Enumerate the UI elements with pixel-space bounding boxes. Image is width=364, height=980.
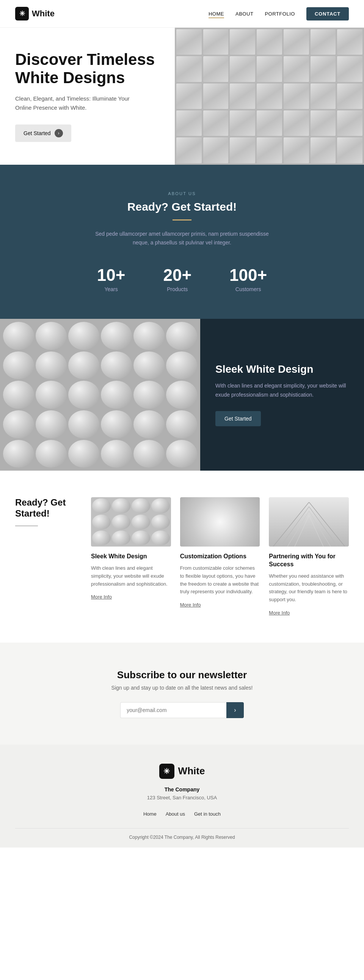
grid-cell <box>230 83 255 109</box>
service-name-3: Partnering with You for Success <box>269 553 349 569</box>
service-desc-2: From customizable color schemes to flexi… <box>180 565 260 596</box>
services-left: Ready? Get Started! <box>15 497 76 527</box>
footer-link-about[interactable]: About us <box>166 811 185 817</box>
nav-links: HOME ABOUT PORTFOLIO CONTACT <box>209 7 349 21</box>
service-card-3: Partnering with You for Success Whether … <box>269 497 349 616</box>
footer-link-home[interactable]: Home <box>143 811 157 817</box>
sphere <box>112 531 130 546</box>
svg-line-1 <box>309 502 345 547</box>
spheres-visual <box>0 319 200 471</box>
sphere <box>3 381 34 409</box>
nav-link-home[interactable]: HOME <box>209 11 224 17</box>
sphere <box>133 381 165 409</box>
footer-link-contact[interactable]: Get in touch <box>194 811 221 817</box>
footer-copyright: Copyright ©2024 The Company, All Rights … <box>15 835 349 840</box>
newsletter-email-input[interactable] <box>120 702 226 718</box>
logo-text: White <box>32 9 55 19</box>
stats-container: 10+ Years 20+ Products 100+ Customers <box>15 266 349 292</box>
newsletter-form: › <box>15 702 349 718</box>
service-more-info-1[interactable]: More Info <box>91 594 112 600</box>
sphere <box>166 352 197 380</box>
grid-cell <box>283 83 309 109</box>
sphere <box>166 322 197 350</box>
grid-cell <box>283 137 309 163</box>
nav-link-about[interactable]: ABOUT <box>236 11 253 17</box>
sphere <box>68 440 99 468</box>
grid-cell <box>310 110 336 136</box>
grid-cell <box>257 110 282 136</box>
sleek-cta-button[interactable]: Get Started <box>215 411 261 426</box>
hero-image <box>175 28 364 165</box>
sphere <box>101 381 132 409</box>
footer: ✳ White The Company 123 Street, San Fran… <box>0 745 364 848</box>
grid-cell <box>230 110 255 136</box>
logo-icon: ✳ <box>15 7 29 21</box>
logo[interactable]: ✳ White <box>15 7 55 21</box>
stat-customers: 100+ Customers <box>229 266 267 292</box>
grid-cell <box>257 83 282 109</box>
sphere <box>151 531 170 546</box>
sphere <box>68 322 99 350</box>
svg-line-4 <box>287 511 309 547</box>
newsletter-section: Subscribe to our newsletter Sign up and … <box>0 643 364 745</box>
footer-company-name: The Company <box>15 786 349 792</box>
grid-cell <box>310 137 336 163</box>
stat-years-number: 10+ <box>97 266 125 285</box>
sphere <box>133 440 165 468</box>
grid-cell <box>203 56 229 82</box>
service-more-info-3[interactable]: More Info <box>269 610 290 616</box>
service-name-1: Sleek White Design <box>91 553 171 561</box>
sphere <box>3 410 34 438</box>
grid-cell <box>283 56 309 82</box>
service-more-info-2[interactable]: More Info <box>180 602 201 608</box>
sphere <box>101 440 132 468</box>
services-divider <box>15 525 38 527</box>
service-name-2: Customization Options <box>180 553 260 561</box>
svg-line-3 <box>309 507 338 547</box>
grid-cell <box>230 29 255 55</box>
sphere <box>92 515 111 530</box>
sphere <box>36 440 67 468</box>
sphere <box>3 322 34 350</box>
sphere <box>68 352 99 380</box>
grid-cell <box>203 83 229 109</box>
grid-cell <box>230 56 255 82</box>
sphere <box>101 410 132 438</box>
stat-years: 10+ Years <box>97 266 125 292</box>
grid-cell <box>203 137 229 163</box>
footer-logo: ✳ White <box>15 764 349 779</box>
service-desc-1: With clean lines and elegant simplicity,… <box>91 565 171 588</box>
grid-cell <box>203 29 229 55</box>
sphere <box>36 352 67 380</box>
sphere <box>92 498 111 513</box>
stat-products-number: 20+ <box>163 266 191 285</box>
grid-cell <box>257 29 282 55</box>
sphere <box>101 322 132 350</box>
service-img-3 <box>269 497 349 547</box>
service-rose-visual <box>180 497 260 547</box>
sphere <box>101 352 132 380</box>
footer-address: 123 Street, San Francisco, USA <box>15 795 349 800</box>
sleek-box: Sleek White Design With clean lines and … <box>200 319 364 471</box>
sleek-description: With clean lines and elegant simplicity,… <box>215 382 349 400</box>
sphere <box>131 531 150 546</box>
hero-cta-button[interactable]: Get Started › <box>15 124 71 142</box>
grid-cell <box>203 110 229 136</box>
sphere <box>112 498 130 513</box>
service-img-2 <box>180 497 260 547</box>
stat-products: 20+ Products <box>163 266 191 292</box>
service-card-2: Customization Options From customizable … <box>180 497 260 616</box>
service-spheres-visual <box>91 497 171 547</box>
contact-button[interactable]: CONTACT <box>306 7 349 21</box>
hero-text: Discover Timeless White Designs Clean, E… <box>15 51 182 142</box>
service-arch-visual <box>269 497 349 547</box>
svg-line-2 <box>280 507 309 547</box>
sphere <box>131 498 150 513</box>
nav-link-portfolio[interactable]: PORTFOLIO <box>265 11 295 17</box>
grid-cell <box>310 29 336 55</box>
sphere <box>133 410 165 438</box>
grid-cell <box>257 56 282 82</box>
footer-divider <box>15 828 349 829</box>
newsletter-submit-button[interactable]: › <box>226 702 244 718</box>
svg-line-0 <box>273 502 309 547</box>
